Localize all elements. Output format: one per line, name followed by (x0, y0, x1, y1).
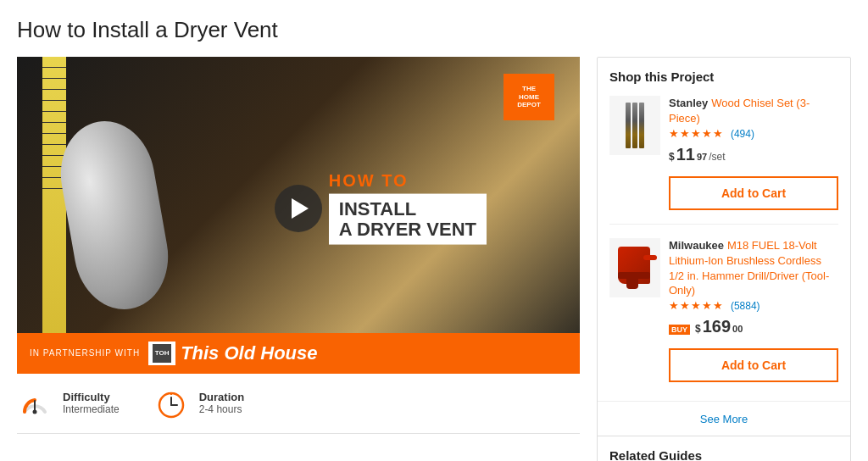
product-brand-name-2: Milwaukee M18 FUEL 18-Volt Lithium-Ion B… (669, 238, 838, 299)
price-row-2: BUY $ 169 00 (669, 317, 838, 336)
shop-title: Shop this Project (609, 69, 838, 84)
page-wrapper: How to Install a Dryer Vent (0, 0, 868, 461)
play-icon (292, 198, 309, 219)
price-main-2: 169 (703, 317, 731, 336)
this-old-house-logo: TOH This Old House (148, 342, 317, 365)
product-image-1 (609, 96, 660, 155)
price-main-1: 11 (676, 145, 695, 164)
video-bottom-bar: IN PARTNERSHIP WITH TOH This Old House (17, 333, 580, 374)
stars-1: ★★★★★ (669, 127, 724, 140)
video-background: THEHOMEDEPOT HOW TO INSTALL A DRYER VENT (17, 57, 580, 374)
play-button[interactable] (275, 185, 322, 232)
toh-name-text: This Old House (181, 342, 317, 364)
home-depot-logo-text: THEHOMEDEPOT (517, 85, 541, 109)
product-brand-1: Stanley Wood Chisel Set (3-Piece) (669, 96, 838, 126)
info-row: Difficulty Intermediate (17, 374, 580, 434)
price-unit-1: /set (709, 151, 725, 163)
right-column: Shop this Project Stanley Wood Chise (597, 57, 851, 461)
duct-decoration (52, 114, 176, 317)
main-content: THEHOMEDEPOT HOW TO INSTALL A DRYER VENT (17, 57, 851, 461)
shop-panel[interactable]: Shop this Project Stanley Wood Chise (598, 58, 850, 401)
difficulty-value: Intermediate (63, 403, 120, 415)
difficulty-icon (17, 386, 53, 421)
add-to-cart-button-2[interactable]: Add to Cart (669, 348, 838, 382)
add-to-cart-button-1[interactable]: Add to Cart (669, 176, 838, 210)
product-card-1: Stanley Wood Chisel Set (3-Piece) ★★★★★ … (609, 96, 838, 225)
video-install-box: INSTALL A DRYER VENT (329, 193, 487, 244)
duration-icon (153, 386, 189, 421)
product-card-2: Milwaukee M18 FUEL 18-Volt Lithium-Ion B… (609, 238, 838, 390)
difficulty-info: Difficulty Intermediate (17, 386, 120, 421)
buy-badge: BUY (669, 325, 690, 335)
video-text-overlay: HOW TO INSTALL A DRYER VENT (329, 170, 487, 244)
difficulty-text: Difficulty Intermediate (63, 391, 120, 415)
svg-point-1 (33, 409, 37, 414)
video-install-text: INSTALL A DRYER VENT (339, 198, 476, 239)
see-more-link[interactable]: See More (700, 413, 748, 425)
chisel-image (622, 99, 648, 152)
product-rating-1: ★★★★★ (494) (669, 126, 838, 140)
review-count-1[interactable]: (494) (731, 128, 754, 140)
duration-value: 2-4 hours (199, 403, 244, 415)
toh-box-icon: TOH (148, 342, 175, 365)
page-title: How to Install a Dryer Vent (17, 17, 851, 43)
see-more-row: See More (598, 401, 850, 436)
duration-label: Duration (199, 391, 244, 403)
stars-2: ★★★★★ (669, 299, 724, 312)
home-depot-logo-badge: THEHOMEDEPOT (504, 74, 554, 120)
video-player[interactable]: THEHOMEDEPOT HOW TO INSTALL A DRYER VENT (17, 57, 580, 374)
duration-text: Duration 2-4 hours (199, 391, 244, 415)
product-rating-2: ★★★★★ (5884) (669, 298, 838, 312)
left-column: THEHOMEDEPOT HOW TO INSTALL A DRYER VENT (17, 57, 580, 461)
product-info-2: Milwaukee M18 FUEL 18-Volt Lithium-Ion B… (669, 238, 838, 383)
tape-measure-decoration (42, 57, 66, 374)
difficulty-label: Difficulty (63, 391, 120, 403)
duration-clock-svg (154, 386, 188, 420)
related-guides-title: Related Guides (609, 448, 838, 461)
related-guides-section: Related Guides (598, 436, 850, 461)
price-row-1: $ 11 97 /set (669, 145, 838, 164)
video-how-to-text: HOW TO (329, 170, 487, 190)
product-image-2 (609, 238, 660, 297)
product-info-1: Stanley Wood Chisel Set (3-Piece) ★★★★★ … (669, 96, 838, 210)
drill-image (609, 238, 660, 297)
difficulty-gauge-svg (18, 386, 52, 420)
review-count-2[interactable]: (5884) (731, 300, 760, 312)
partnership-text: IN PARTNERSHIP WITH (30, 348, 140, 358)
duration-info: Duration 2-4 hours (153, 386, 244, 421)
